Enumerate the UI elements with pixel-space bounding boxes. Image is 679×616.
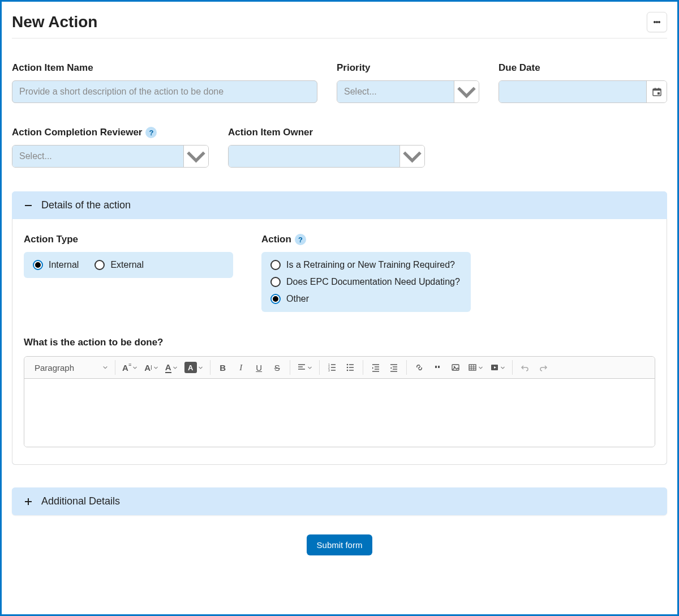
action-group: Is a Retraining or New Training Required… (261, 252, 471, 312)
owner-select[interactable] (228, 145, 425, 168)
svg-point-11 (346, 370, 348, 371)
rich-text-editor: Paragraph A≡ AI A A B I U (24, 356, 655, 447)
owner-label: Action Item Owner (228, 127, 425, 138)
font-case-button[interactable]: AI (142, 359, 161, 376)
redo-button[interactable] (535, 359, 551, 376)
help-icon[interactable]: ? (295, 234, 306, 245)
bullet-list-button[interactable] (342, 359, 358, 376)
chevron-down-icon (478, 365, 483, 370)
chevron-down-icon (102, 365, 108, 370)
media-button[interactable] (488, 359, 508, 376)
underline-button[interactable]: U (251, 359, 267, 376)
undo-button[interactable] (517, 359, 533, 376)
italic-button[interactable]: I (233, 359, 249, 376)
ordered-list-button[interactable]: 123 (324, 359, 340, 376)
radio-icon (270, 277, 281, 287)
editor-toolbar: Paragraph A≡ AI A A B I U (24, 357, 655, 379)
chevron-down-icon (454, 81, 479, 102)
radio-epc-doc[interactable]: Does EPC Documentation Need Updating? (270, 277, 462, 287)
svg-point-10 (346, 367, 348, 369)
align-button[interactable] (295, 359, 315, 376)
action-item-name-input[interactable] (12, 80, 317, 103)
plus-icon (23, 497, 33, 507)
more-menu-button[interactable] (647, 12, 667, 32)
submit-row: Submit form (12, 534, 667, 555)
svg-rect-3 (658, 88, 659, 89)
reviewer-select-value: Select... (12, 146, 183, 167)
text-color-button[interactable]: A (163, 359, 180, 376)
due-date-input[interactable] (498, 80, 667, 103)
chevron-down-icon (183, 146, 208, 167)
action-label: Action ? (261, 234, 471, 245)
paragraph-select[interactable]: Paragraph (29, 359, 114, 376)
reviewer-select[interactable]: Select... (12, 145, 209, 168)
font-size-button[interactable]: A≡ (120, 359, 140, 376)
editor-content[interactable] (24, 379, 655, 447)
svg-rect-4 (657, 92, 660, 95)
radio-retraining[interactable]: Is a Retraining or New Training Required… (270, 260, 462, 270)
page-title: New Action (12, 13, 97, 31)
minus-icon (23, 200, 33, 211)
action-type-group: Internal External (24, 252, 233, 278)
priority-select-value: Select... (337, 81, 454, 102)
additional-section: Additional Details (12, 487, 667, 515)
svg-rect-17 (28, 498, 29, 505)
submit-button[interactable]: Submit form (307, 534, 373, 555)
priority-select[interactable]: Select... (337, 80, 479, 103)
highlight-button[interactable]: A (182, 359, 205, 376)
chevron-down-icon (153, 365, 158, 370)
radio-icon (270, 294, 281, 304)
form-row-2: Action Completion Reviewer ? Select... A… (12, 127, 667, 168)
image-button[interactable] (448, 359, 463, 376)
radio-icon (270, 260, 281, 270)
strike-button[interactable]: S (269, 359, 285, 376)
action-item-name-label: Action Item Name (12, 62, 317, 74)
outdent-button[interactable] (386, 359, 402, 376)
details-section-title: Details of the action (41, 199, 131, 211)
radio-external[interactable]: External (94, 260, 144, 270)
reviewer-label: Action Completion Reviewer ? (12, 127, 209, 138)
svg-point-9 (346, 364, 348, 366)
quote-button[interactable] (429, 359, 445, 376)
bold-button[interactable]: B (215, 359, 231, 376)
chevron-down-icon (500, 365, 505, 370)
details-section: Details of the action Action Type Intern… (12, 191, 667, 465)
calendar-icon (646, 81, 667, 102)
editor-label: What is the action to be done? (24, 337, 655, 348)
owner-select-value (229, 146, 399, 167)
chevron-down-icon (399, 146, 424, 167)
additional-section-header[interactable]: Additional Details (12, 487, 667, 515)
svg-text:3: 3 (328, 369, 330, 372)
indent-button[interactable] (368, 359, 384, 376)
additional-section-title: Additional Details (41, 495, 120, 507)
due-date-label: Due Date (498, 62, 667, 74)
chevron-down-icon (132, 365, 137, 370)
svg-rect-2 (655, 88, 656, 89)
help-icon[interactable]: ? (145, 127, 157, 138)
table-button[interactable] (466, 359, 485, 376)
radio-other[interactable]: Other (270, 294, 462, 304)
priority-label: Priority (337, 62, 479, 74)
svg-rect-5 (25, 205, 32, 206)
form-row-1: Action Item Name Priority Select... Due … (12, 62, 667, 103)
radio-icon (94, 260, 105, 270)
chevron-down-icon (198, 365, 203, 370)
radio-icon (33, 260, 43, 270)
page-header: New Action (12, 12, 667, 38)
svg-rect-14 (469, 365, 476, 370)
action-type-label: Action Type (24, 234, 233, 245)
details-section-header[interactable]: Details of the action (12, 191, 667, 219)
chevron-down-icon (173, 365, 178, 370)
chevron-down-icon (307, 365, 312, 370)
link-button[interactable] (411, 359, 427, 376)
svg-rect-1 (653, 89, 661, 91)
radio-internal[interactable]: Internal (33, 260, 79, 270)
